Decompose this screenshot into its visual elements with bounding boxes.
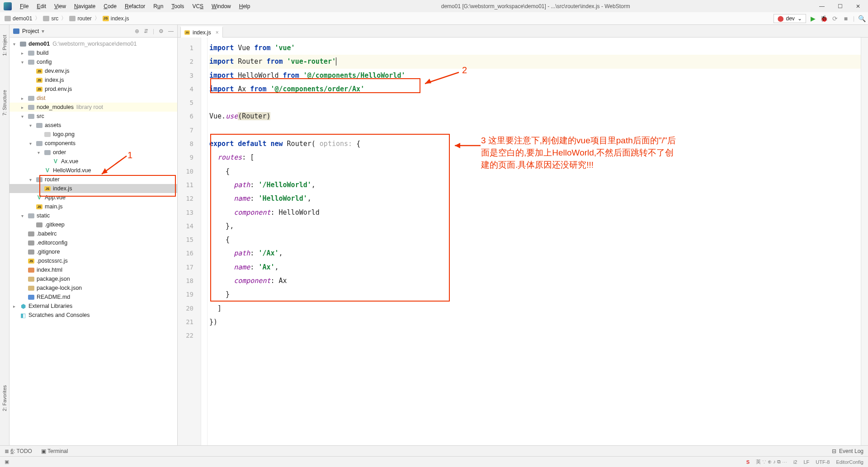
tree-build[interactable]: ▸build	[9, 48, 177, 57]
search-icon[interactable]: 🔍	[858, 15, 865, 22]
app-icon	[4, 2, 12, 10]
bottom-tool-bar: ≣ 6: TODO ▣ Terminal	[0, 445, 868, 456]
menu-refactor[interactable]: Refactor	[121, 2, 149, 11]
menu-view[interactable]: View	[51, 2, 70, 11]
run-config-selector[interactable]: ⬤ dev ⌄	[774, 14, 806, 23]
tree-file[interactable]: JS.postcssrc.js	[9, 256, 177, 265]
menu-edit[interactable]: Edit	[33, 2, 50, 11]
chevron-icon: 〉	[94, 14, 100, 22]
tool-structure[interactable]: 7: Structure	[1, 86, 8, 119]
tool-project[interactable]: 1: Project	[1, 31, 8, 59]
tree-node-modules[interactable]: ▸node_moduleslibrary root	[9, 103, 177, 112]
menu-code[interactable]: Code	[100, 2, 120, 11]
close-tab-icon[interactable]: ×	[216, 29, 219, 36]
tree-src[interactable]: ▾src	[9, 112, 177, 121]
tool-terminal[interactable]: ▣ Terminal	[41, 448, 68, 454]
crumb-project[interactable]: demo01	[3, 14, 34, 23]
menu-help[interactable]: Help	[236, 2, 254, 11]
left-tool-strip: 1: Project 7: Structure 2: Favorites ▣	[0, 25, 9, 456]
tree-file[interactable]: package-lock.json	[9, 283, 177, 292]
project-sidebar: Project ▾ ⊕ ⇵ | ⚙ — ▾demo01G:\webstorm_w…	[9, 25, 178, 456]
tree-scratches[interactable]: ◧Scratches and Consoles	[9, 311, 177, 320]
maximize-button[interactable]: ☐	[835, 3, 844, 9]
tree-file[interactable]: package.json	[9, 274, 177, 283]
menu-navigate[interactable]: Navigate	[71, 2, 99, 11]
tree-file[interactable]: VApp.vue	[9, 193, 177, 202]
gear-icon[interactable]: ⚙	[159, 28, 164, 34]
expand-icon[interactable]: ⇵	[144, 28, 148, 34]
crumb-router[interactable]: router	[67, 14, 93, 23]
tool-todo[interactable]: ≣ 6: TODO	[5, 448, 32, 454]
hide-icon[interactable]: —	[168, 28, 174, 34]
run-icon[interactable]: ▶	[810, 15, 817, 22]
minimize-button[interactable]: —	[817, 3, 826, 9]
tab-index-js[interactable]: JSindex.js×	[180, 26, 223, 38]
tree-external-libs[interactable]: ▸⬢External Libraries	[9, 302, 177, 311]
tree-file[interactable]: JSdev.env.js	[9, 66, 177, 75]
tree-file[interactable]: VHelloWorld.vue	[9, 166, 177, 175]
run-config-label: dev	[786, 15, 795, 22]
tree-file[interactable]: .babelrc	[9, 229, 177, 238]
close-button[interactable]: ✕	[854, 3, 863, 9]
status-editorconfig[interactable]: EditorConfig	[836, 459, 863, 465]
crumb-file[interactable]: JSindex.js	[101, 14, 131, 23]
tree-config[interactable]: ▾config	[9, 57, 177, 66]
navigation-bar: demo01 〉 src 〉 router 〉 JSindex.js ⬤ dev…	[0, 12, 868, 25]
tool-favorites[interactable]: 2: Favorites	[1, 382, 8, 415]
chevron-icon: 〉	[61, 14, 66, 22]
project-icon	[13, 28, 19, 34]
sidebar-header: Project ▾ ⊕ ⇵ | ⚙ —	[9, 25, 177, 38]
project-tree: ▾demo01G:\webstorm_workspace\demo01 ▸bui…	[9, 38, 177, 456]
error-stripe[interactable]	[861, 38, 868, 456]
debug-icon[interactable]: 🐞	[821, 15, 828, 22]
menu-run[interactable]: Run	[150, 2, 167, 11]
code-area[interactable]: import Vue from 'vue' import Router from…	[208, 38, 861, 456]
status-lf[interactable]: LF	[803, 459, 809, 465]
status-bar: ▣ S 英 ∵ ⊕ ♪ ⧉ ⋯ i2 LF UTF-8 EditorConfig	[0, 456, 868, 467]
tree-static[interactable]: ▾static	[9, 211, 177, 220]
tree-dist[interactable]: ▸dist	[9, 94, 177, 103]
line-gutter: 12345678910111213141516171819202122	[178, 38, 201, 456]
menu-tools[interactable]: Tools	[168, 2, 188, 11]
tree-file[interactable]: .gitignore	[9, 247, 177, 256]
titlebar: File Edit View Navigate Code Refactor Ru…	[0, 0, 868, 12]
tree-router[interactable]: ▾router	[9, 175, 177, 184]
run-coverage-icon[interactable]: ⟳	[831, 15, 839, 22]
tree-root[interactable]: ▾demo01G:\webstorm_workspace\demo01	[9, 39, 177, 48]
tree-file[interactable]: .gitkeep	[9, 220, 177, 229]
tree-order[interactable]: ▾order	[9, 148, 177, 157]
menu-file[interactable]: File	[16, 2, 32, 11]
tree-file[interactable]: JSmain.js	[9, 202, 177, 211]
fold-gutter	[201, 38, 208, 456]
status-gutter-icon[interactable]: ▣	[5, 459, 9, 465]
tree-file[interactable]: VAx.vue	[9, 157, 177, 166]
event-log[interactable]: ⊟ Event Log	[832, 448, 863, 454]
menu-window[interactable]: Window	[208, 2, 235, 11]
locate-icon[interactable]: ⊕	[135, 28, 139, 34]
tree-file[interactable]: index.html	[9, 265, 177, 274]
status-ime: S	[746, 459, 750, 465]
status-pos: i2	[793, 459, 797, 465]
tree-file-selected[interactable]: JSindex.js	[9, 184, 177, 193]
chevron-down-icon: ⌄	[797, 15, 802, 22]
status-ime-text: 英 ∵ ⊕ ♪ ⧉ ⋯	[756, 458, 787, 465]
stop-icon[interactable]: ■	[842, 15, 849, 22]
editor: JSindex.js× 1234567891011121314151617181…	[178, 25, 868, 456]
status-encoding[interactable]: UTF-8	[816, 459, 830, 465]
tree-file[interactable]: logo.png	[9, 130, 177, 139]
sidebar-title: Project	[22, 28, 39, 34]
tree-file[interactable]: README.md	[9, 292, 177, 302]
tree-file[interactable]: .editorconfig	[9, 238, 177, 247]
chevron-down-icon[interactable]: ▾	[42, 28, 44, 34]
tree-file[interactable]: JSindex.js	[9, 75, 177, 85]
tree-file[interactable]: JSprod.env.js	[9, 85, 177, 94]
main-menu: File Edit View Navigate Code Refactor Ru…	[16, 2, 254, 11]
tree-assets[interactable]: ▾assets	[9, 121, 177, 130]
crumb-src[interactable]: src	[41, 14, 60, 23]
chevron-icon: 〉	[35, 14, 40, 22]
editor-tabs: JSindex.js×	[178, 25, 868, 38]
window-title: demo01 [G:\webstorm_workspace\demo01] - …	[254, 3, 817, 9]
menu-vcs[interactable]: VCS	[189, 2, 207, 11]
tree-components[interactable]: ▾components	[9, 139, 177, 148]
